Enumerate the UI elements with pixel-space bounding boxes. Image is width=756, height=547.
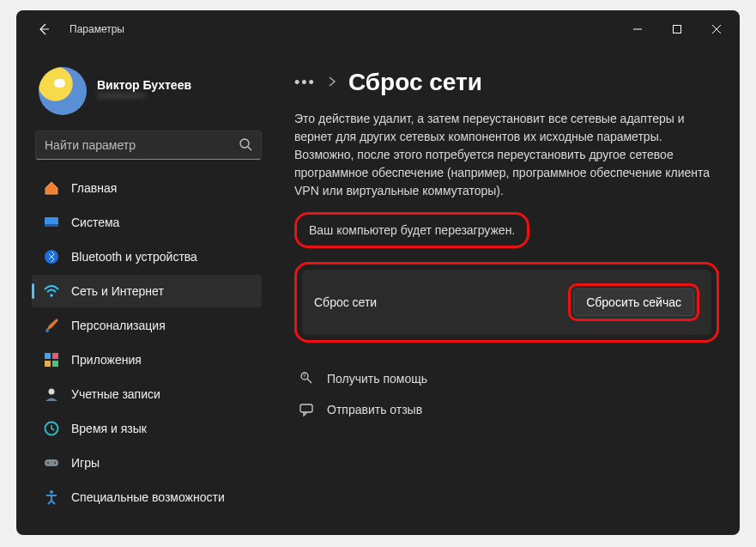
svg-point-19	[47, 462, 49, 464]
sidebar-item-system[interactable]: Система	[32, 206, 262, 239]
feedback-icon	[298, 401, 315, 418]
reset-card-label: Сброс сети	[314, 295, 377, 309]
svg-point-11	[45, 329, 49, 332]
reset-button-highlight: Сбросить сейчас	[568, 283, 699, 321]
maximize-icon	[673, 25, 681, 33]
close-button[interactable]	[697, 15, 736, 43]
nav-list: Главная Система Bluetooth и устройства С…	[32, 172, 265, 514]
sidebar-item-accounts[interactable]: Учетные записи	[32, 378, 262, 410]
sidebar-item-label: Главная	[71, 181, 117, 195]
profile-email: ************	[97, 92, 191, 104]
svg-rect-8	[45, 224, 58, 227]
sidebar-item-time-language[interactable]: Время и язык	[32, 412, 262, 445]
minimize-button[interactable]	[618, 15, 657, 43]
svg-rect-2	[674, 26, 681, 33]
footer-link-label: Получить помощь	[327, 372, 427, 386]
accessibility-icon	[44, 489, 59, 505]
svg-point-21	[50, 490, 53, 494]
sidebar-item-label: Учетные записи	[71, 387, 160, 401]
window-controls	[618, 15, 736, 43]
profile-name: Виктор Бухтеев	[97, 78, 191, 92]
feedback-link[interactable]: Отправить отзыв	[294, 394, 719, 425]
content-pane: ••• Сброс сети Это действие удалит, а за…	[274, 48, 740, 535]
sidebar-item-apps[interactable]: Приложения	[32, 343, 262, 376]
reset-card: Сброс сети Сбросить сейчас	[302, 270, 711, 335]
svg-rect-25	[300, 404, 312, 412]
close-icon	[712, 25, 721, 33]
gamepad-icon	[44, 455, 59, 471]
get-help-link[interactable]: ? Получить помощь	[294, 363, 719, 394]
system-icon	[44, 215, 59, 230]
breadcrumb-overflow-button[interactable]: •••	[294, 75, 316, 90]
sidebar-item-bluetooth[interactable]: Bluetooth и устройства	[32, 240, 262, 273]
chevron-right-icon	[328, 76, 336, 89]
titlebar: Параметры	[16, 10, 740, 48]
reset-now-button[interactable]: Сбросить сейчас	[573, 289, 694, 316]
settings-window: Параметры Виктор Бухтеев ************	[16, 10, 740, 535]
wifi-icon	[44, 283, 59, 299]
search-box[interactable]	[35, 131, 262, 160]
svg-point-10	[50, 294, 53, 297]
reset-card-highlight: Сброс сети Сбросить сейчас	[294, 262, 719, 343]
window-title: Параметры	[70, 23, 124, 35]
minimize-icon	[633, 25, 642, 33]
clock-icon	[44, 421, 59, 436]
sidebar-item-label: Приложения	[71, 353, 142, 367]
page-title: Сброс сети	[348, 69, 482, 96]
person-icon	[44, 386, 59, 402]
maximize-button[interactable]	[657, 15, 697, 43]
sidebar-item-label: Система	[71, 216, 119, 229]
home-icon	[44, 180, 59, 196]
svg-point-20	[54, 462, 56, 464]
svg-text:?: ?	[303, 374, 306, 379]
apps-icon	[44, 352, 59, 368]
sidebar-item-label: Bluetooth и устройства	[71, 250, 197, 264]
avatar	[39, 67, 87, 115]
svg-rect-12	[45, 353, 51, 359]
brush-icon	[44, 318, 59, 333]
svg-rect-13	[52, 353, 58, 359]
sidebar-item-label: Специальные возможности	[71, 490, 225, 504]
footer-link-label: Отправить отзыв	[327, 403, 422, 416]
svg-line-6	[248, 147, 251, 150]
bluetooth-icon	[44, 249, 59, 264]
sidebar-item-personalization[interactable]: Персонализация	[32, 309, 262, 342]
sidebar-item-label: Время и язык	[71, 422, 147, 435]
svg-point-5	[240, 139, 249, 148]
svg-rect-15	[52, 361, 58, 367]
sidebar-item-label: Сеть и Интернет	[71, 284, 164, 298]
sidebar-item-accessibility[interactable]: Специальные возможности	[32, 481, 262, 514]
svg-point-16	[49, 389, 55, 395]
svg-rect-18	[45, 459, 58, 466]
arrow-left-icon	[37, 22, 51, 36]
sidebar-item-label: Игры	[71, 456, 100, 470]
sidebar-item-network[interactable]: Сеть и Интернет	[32, 275, 262, 307]
search-input[interactable]	[45, 138, 239, 152]
breadcrumb: ••• Сброс сети	[294, 69, 719, 96]
sidebar-item-gaming[interactable]: Игры	[32, 447, 262, 479]
search-icon	[239, 137, 252, 154]
back-button[interactable]	[27, 12, 61, 46]
sidebar: Виктор Бухтеев ************ Главная Сист…	[16, 48, 274, 535]
restart-warning: Ваш компьютер будет перезагружен.	[294, 212, 529, 248]
svg-line-23	[307, 379, 311, 383]
help-icon: ?	[298, 370, 315, 387]
sidebar-item-label: Персонализация	[71, 319, 166, 332]
profile-block[interactable]: Виктор Бухтеев ************	[32, 57, 265, 131]
sidebar-item-home[interactable]: Главная	[32, 172, 262, 204]
description-text: Это действие удалит, а затем переустанов…	[294, 110, 719, 200]
svg-rect-14	[45, 361, 51, 367]
